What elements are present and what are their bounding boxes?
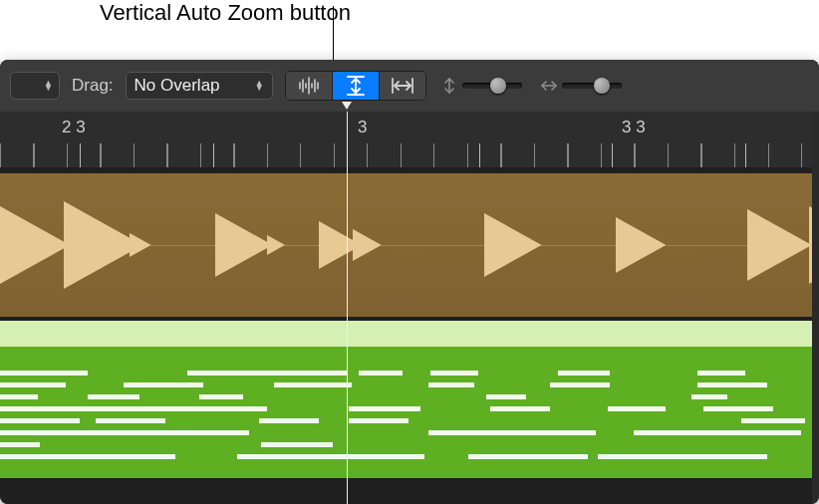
midi-note[interactable] [349,418,409,423]
midi-note[interactable] [0,418,80,423]
svg-marker-21 [353,229,382,261]
tracks-area[interactable] [0,167,812,504]
playhead[interactable] [347,112,348,504]
vertical-zoom-icon [443,77,455,95]
svg-marker-15 [0,206,70,284]
ruler-beat-tick [745,143,746,167]
ruler-beat-tick [80,143,81,167]
transient-marker-icon [353,229,382,261]
svg-marker-22 [484,213,542,277]
horizontal-zoom-icon [540,80,558,92]
midi-note[interactable] [274,382,352,387]
midi-note[interactable] [124,382,203,387]
view-popup[interactable]: ▲▼ [10,72,60,100]
ruler-beat-tick [213,143,214,167]
vertical-zoom-slider[interactable] [462,83,522,89]
midi-note[interactable] [0,442,40,447]
midi-note[interactable] [468,454,588,459]
horizontal-zoom-icon-button[interactable] [538,72,560,100]
horizontal-auto-zoom-icon [392,78,413,94]
midi-note[interactable] [691,394,727,399]
midi-note[interactable] [0,430,249,435]
vertical-zoom-icon-button[interactable] [438,72,460,100]
callout-line [333,6,334,66]
midi-note[interactable] [490,406,550,411]
ruler-subdivision-ticks [0,143,812,167]
audio-region[interactable] [0,173,812,317]
midi-note[interactable] [428,430,596,435]
transient-marker-icon [747,209,812,281]
svg-marker-18 [215,213,273,277]
midi-note[interactable] [430,371,478,376]
horizontal-zoom-control [538,72,626,100]
midi-note[interactable] [0,394,38,399]
midi-note[interactable] [550,382,610,387]
callout-label: Vertical Auto Zoom button [100,0,351,26]
ruler-beat-tick [612,143,613,167]
midi-note[interactable] [0,454,175,459]
midi-region-header [0,321,812,347]
midi-note[interactable] [237,454,424,459]
horizontal-zoom-knob-icon [594,78,610,94]
drag-mode-label: Drag: [72,76,114,96]
popup-arrows-icon: ▲▼ [255,81,264,91]
midi-note[interactable] [428,382,474,387]
midi-note[interactable] [703,406,773,411]
midi-note-lane [0,347,812,478]
ruler-bar-label: 3 [358,118,367,137]
ruler-bar-label: 2 3 [62,118,86,137]
horizontal-auto-zoom-button[interactable] [380,72,425,100]
waveform-icon [298,77,320,95]
drag-mode-popup[interactable]: No Overlap ▲▼ [126,72,273,100]
popup-arrows-icon: ▲▼ [44,81,53,91]
midi-note[interactable] [486,394,526,399]
vertical-auto-zoom-icon [347,76,365,96]
transient-marker-icon [0,206,70,284]
svg-marker-17 [130,233,151,257]
midi-note[interactable] [697,382,767,387]
midi-note[interactable] [608,406,666,411]
midi-note[interactable] [0,371,88,376]
midi-note[interactable] [598,454,767,459]
midi-note[interactable] [634,430,801,435]
vertical-zoom-control [438,72,526,100]
time-ruler[interactable]: 2 333 3 [0,112,812,168]
midi-note[interactable] [199,394,243,399]
ruler-bar-label: 3 3 [622,118,646,137]
vertical-zoom-knob-icon [490,78,506,94]
transient-marker-icon [130,233,151,257]
svg-marker-19 [267,235,285,255]
midi-note[interactable] [96,418,165,423]
svg-marker-23 [616,217,666,273]
midi-note[interactable] [349,406,420,411]
transient-marker-icon [484,213,542,277]
midi-note[interactable] [697,371,745,376]
midi-note[interactable] [558,371,610,376]
midi-note[interactable] [0,382,66,387]
ruler-beat-tick [479,143,480,167]
horizontal-zoom-slider[interactable] [562,83,622,89]
drag-mode-value: No Overlap [135,76,220,96]
editor-toolbar: ▲▼ Drag: No Overlap ▲▼ [0,60,819,113]
vertical-scrollbar[interactable] [812,112,819,504]
midi-note[interactable] [359,371,403,376]
midi-note[interactable] [741,418,805,423]
vertical-auto-zoom-button[interactable] [333,72,380,100]
transient-marker-icon [215,213,273,277]
midi-note[interactable] [88,394,139,399]
waveform-zoom-button[interactable] [286,72,333,100]
transient-marker-icon [616,217,666,273]
midi-note[interactable] [259,418,319,423]
zoom-mode-segmented [285,71,426,101]
audio-editor-window: ▲▼ Drag: No Overlap ▲▼ [0,60,819,504]
midi-note[interactable] [261,442,333,447]
midi-note[interactable] [187,371,347,376]
svg-marker-24 [747,209,812,281]
midi-note[interactable] [187,406,267,411]
midi-region[interactable] [0,321,812,478]
transient-marker-icon [267,235,285,255]
